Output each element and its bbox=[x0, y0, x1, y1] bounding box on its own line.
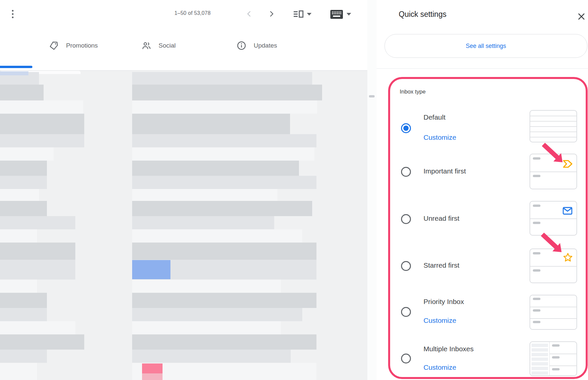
redacted-row-block bbox=[132, 176, 316, 189]
option-default-radio[interactable] bbox=[401, 123, 411, 133]
redacted-row-block bbox=[0, 363, 37, 380]
thumb-important-first bbox=[530, 154, 577, 189]
option-default-label: Default bbox=[423, 113, 446, 121]
quick-settings-panel: Quick settings See all settings Inbox ty… bbox=[377, 0, 588, 380]
option-unread-label: Unread first bbox=[423, 214, 459, 222]
option-starred-radio[interactable] bbox=[401, 261, 411, 271]
redacted-row-block bbox=[132, 293, 316, 308]
redacted-row-block bbox=[0, 243, 75, 260]
option-priority-label: Priority Inbox bbox=[423, 298, 464, 306]
tag-icon bbox=[49, 41, 59, 51]
redacted-row-block bbox=[132, 161, 299, 176]
redacted-row-block bbox=[132, 147, 314, 161]
blue-selected-block bbox=[132, 260, 170, 279]
redacted-row-block bbox=[132, 280, 281, 293]
redacted-row-block bbox=[132, 308, 302, 321]
redacted-row-block bbox=[0, 308, 47, 321]
tab-promotions-label: Promotions bbox=[66, 42, 98, 49]
redacted-row-block bbox=[0, 334, 84, 350]
redacted-row-block bbox=[132, 100, 317, 114]
redacted-row-block bbox=[132, 114, 290, 134]
thumb-unread-first bbox=[530, 201, 577, 236]
redacted-row-block bbox=[0, 85, 44, 100]
see-all-settings-label: See all settings bbox=[466, 43, 506, 50]
tab-updates-label: Updates bbox=[254, 42, 277, 49]
see-all-settings-button[interactable]: See all settings bbox=[385, 34, 587, 58]
split-pane-icon bbox=[294, 10, 304, 19]
star-icon bbox=[563, 252, 573, 263]
option-multiple-label: Multiple Inboxes bbox=[423, 345, 474, 353]
mail-toolbar: 1–50 of 53,078 bbox=[0, 0, 367, 30]
info-icon bbox=[237, 41, 246, 51]
option-default-customize-link[interactable]: Customize bbox=[423, 133, 456, 141]
redacted-row-block bbox=[132, 350, 291, 363]
close-icon[interactable] bbox=[576, 11, 587, 22]
redacted-row-block bbox=[0, 280, 37, 293]
thumb-starred-first bbox=[530, 248, 577, 283]
redacted-row-block bbox=[132, 321, 281, 334]
mail-main-area: 1–50 of 53,078 bbox=[0, 0, 367, 380]
option-starred-label: Starred first bbox=[423, 261, 459, 269]
redacted-row-block bbox=[0, 147, 54, 161]
pane-scrollbar-gutter[interactable] bbox=[367, 0, 377, 380]
more-options-kebab-icon[interactable] bbox=[10, 8, 15, 20]
redacted-row-block bbox=[0, 201, 47, 216]
redacted-row-block bbox=[132, 216, 274, 229]
option-priority-radio[interactable] bbox=[401, 307, 411, 317]
option-important-label: Important first bbox=[423, 167, 466, 175]
tab-social-label: Social bbox=[159, 42, 176, 49]
redacted-row-block bbox=[0, 161, 47, 176]
redacted-row-block bbox=[132, 201, 312, 216]
redacted-row-block bbox=[0, 321, 75, 334]
input-tools-button[interactable] bbox=[330, 9, 351, 19]
redacted-row-block bbox=[132, 229, 302, 243]
option-priority-customize-link[interactable]: Customize bbox=[423, 317, 456, 324]
redacted-row-block bbox=[132, 134, 316, 147]
redacted-row-block bbox=[0, 216, 75, 229]
blue-dotted-strip bbox=[0, 71, 28, 75]
redacted-row-block bbox=[0, 350, 47, 363]
pagination-count: 1–50 of 53,078 bbox=[174, 10, 211, 16]
redacted-row-block bbox=[0, 176, 47, 189]
panel-divider bbox=[377, 68, 588, 69]
people-icon bbox=[141, 41, 151, 51]
split-pane-caret-icon bbox=[307, 13, 312, 16]
redacted-row-block bbox=[132, 334, 316, 350]
tab-promotions[interactable]: Promotions bbox=[49, 36, 98, 56]
inbox-tabs-row: Promotions Social Updates bbox=[0, 30, 367, 71]
split-pane-mode-button[interactable] bbox=[293, 9, 312, 19]
redacted-row-block bbox=[132, 85, 322, 100]
option-important-radio[interactable] bbox=[401, 167, 411, 177]
option-unread-radio[interactable] bbox=[401, 214, 411, 224]
inbox-type-section-title: Inbox type bbox=[400, 89, 425, 95]
redacted-row-block bbox=[132, 243, 316, 260]
thumb-multiple-inboxes bbox=[530, 341, 577, 376]
active-tab-underline bbox=[0, 66, 32, 68]
thumb-priority-inbox bbox=[530, 295, 577, 330]
redacted-row-block bbox=[0, 229, 37, 243]
redacted-row-block bbox=[0, 260, 75, 280]
redacted-row-block bbox=[132, 72, 312, 85]
keyboard-icon bbox=[330, 10, 343, 19]
redacted-row-block bbox=[0, 134, 84, 147]
envelope-icon bbox=[563, 207, 572, 215]
thumb-default bbox=[530, 110, 577, 142]
importance-marker-icon bbox=[563, 160, 573, 168]
tab-social[interactable]: Social bbox=[141, 36, 176, 56]
redacted-row-block bbox=[0, 293, 47, 308]
input-tools-caret-icon bbox=[347, 13, 351, 16]
redacted-row-block bbox=[0, 100, 83, 114]
older-page-button[interactable] bbox=[267, 9, 276, 19]
pink-block-bottom bbox=[142, 373, 163, 380]
option-multiple-customize-link[interactable]: Customize bbox=[423, 363, 456, 371]
email-list-redacted[interactable] bbox=[0, 71, 368, 380]
pink-block-top bbox=[142, 363, 163, 373]
tab-updates[interactable]: Updates bbox=[237, 36, 277, 56]
option-multiple-radio[interactable] bbox=[401, 354, 411, 363]
newer-page-button[interactable] bbox=[244, 9, 254, 19]
redacted-row-block bbox=[132, 189, 277, 201]
redacted-row-block bbox=[0, 189, 39, 201]
scrollbar-thumb[interactable] bbox=[369, 95, 375, 97]
panel-title: Quick settings bbox=[399, 10, 446, 19]
redacted-row-block bbox=[0, 114, 84, 134]
